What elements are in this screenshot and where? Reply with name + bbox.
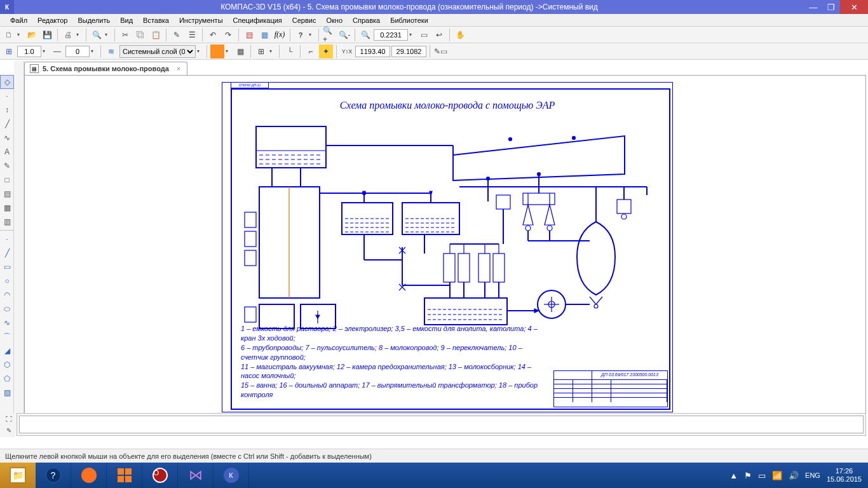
save-icon[interactable]: 💾 <box>40 28 54 42</box>
zoom-in-icon[interactable]: 🔍+ <box>322 28 336 42</box>
hatch-tool-icon[interactable]: ▨ <box>0 386 14 400</box>
taskbar-help[interactable]: ? <box>36 463 71 488</box>
preview-icon[interactable]: 🔍 <box>90 28 104 42</box>
menu-view[interactable]: Вид <box>116 15 137 25</box>
copy-icon[interactable]: ⿻ <box>133 28 147 42</box>
bezier-icon[interactable]: ∿ <box>0 316 14 330</box>
zoom-prev-icon[interactable]: ↩ <box>432 28 446 42</box>
taskbar-app1[interactable] <box>71 463 107 488</box>
angle-icon[interactable]: ⌐ <box>304 44 318 58</box>
tray-volume-icon[interactable]: 🔊 <box>789 471 799 480</box>
segment-icon[interactable]: · <box>0 232 14 246</box>
copy-props-icon[interactable]: ✎▭ <box>433 44 447 58</box>
menu-libraries[interactable]: Библиотеки <box>386 15 432 25</box>
tab-schema[interactable]: ▤ 5. Схема промывки молоко-провода × <box>24 62 187 75</box>
pp-btn-1[interactable]: ⛶ <box>2 413 16 424</box>
coord-mode-icon[interactable]: Y↕X <box>340 44 354 58</box>
taskbar-app2[interactable] <box>107 463 142 488</box>
zoom-out-icon[interactable]: 🔍- <box>337 28 351 42</box>
start-button[interactable]: 📁 <box>0 463 36 488</box>
menu-tools[interactable]: Инструменты <box>175 15 227 25</box>
dims-icon[interactable]: ↕ <box>0 103 14 117</box>
ellipse-icon[interactable]: ⬭ <box>0 302 14 316</box>
close-button[interactable]: ✕ <box>840 0 868 14</box>
tray-clock[interactable]: 17:26 15.06.2015 <box>827 467 862 484</box>
props-icon[interactable]: ☰ <box>185 28 199 42</box>
undo-icon[interactable]: ↶ <box>206 28 220 42</box>
poly-icon[interactable]: ⬠ <box>0 372 14 386</box>
zoom-window-icon[interactable]: ▭ <box>417 28 431 42</box>
polygon-icon[interactable]: ⬡ <box>0 358 14 372</box>
tab-close-icon[interactable]: × <box>177 65 180 72</box>
aux-line-icon[interactable]: ╱ <box>0 246 14 260</box>
brush-icon[interactable]: ✎ <box>170 28 184 42</box>
line-style-icon[interactable]: — <box>50 44 64 58</box>
taskbar-opera[interactable]: O <box>142 463 178 488</box>
tray-wifi-icon[interactable]: 📶 <box>772 471 782 480</box>
help-icon[interactable]: ? <box>294 28 308 42</box>
coord-y-input[interactable] <box>391 46 426 57</box>
pp-btn-2[interactable]: ✎ <box>2 424 16 436</box>
menu-insert[interactable]: Вставка <box>139 15 173 25</box>
circle-icon[interactable]: ○ <box>0 274 14 288</box>
line-icon[interactable]: ╱ <box>0 117 14 131</box>
app-icon[interactable]: К <box>0 0 14 14</box>
layer-select[interactable]: Системный слой (0) <box>119 45 196 58</box>
cut-icon[interactable]: ✂ <box>118 28 132 42</box>
menu-spec[interactable]: Спецификация <box>229 15 286 25</box>
fillet-icon[interactable]: ⌒ <box>0 330 14 344</box>
text-icon[interactable]: A <box>0 145 14 159</box>
new-icon[interactable]: 🗋 <box>2 28 16 42</box>
taskbar-vs[interactable]: ⋈ <box>178 463 214 488</box>
open-icon[interactable]: 📂 <box>25 28 39 42</box>
new-dropdown[interactable]: ▾ <box>17 32 24 37</box>
pan-icon[interactable]: ✋ <box>453 28 467 42</box>
rect-icon[interactable]: ▭ <box>0 260 14 274</box>
library-icon[interactable]: ▤ <box>242 28 256 42</box>
maximize-button[interactable]: ❐ <box>822 0 840 14</box>
tray-up-icon[interactable]: ▲ <box>729 471 738 480</box>
scale-input[interactable] <box>17 46 41 57</box>
fx-icon[interactable]: f(x) <box>273 28 287 42</box>
layer-icon[interactable]: ≋ <box>104 44 118 58</box>
report-icon[interactable]: ▥ <box>0 215 14 229</box>
spec-icon[interactable]: ▦ <box>0 201 14 215</box>
menu-window[interactable]: Окно <box>322 15 346 25</box>
property-input[interactable] <box>19 416 864 433</box>
tray-flag-icon[interactable]: ⚑ <box>744 471 752 480</box>
geometry-icon[interactable]: ◇ <box>0 75 14 89</box>
coord-x-input[interactable] <box>355 46 390 57</box>
print-dropdown[interactable]: ▾ <box>76 32 83 37</box>
menu-help[interactable]: Справка <box>349 15 384 25</box>
minimize-button[interactable]: — <box>804 0 822 14</box>
paste-icon[interactable]: 📋 <box>149 28 163 42</box>
snap-toggle-icon[interactable]: ✦ <box>319 44 333 58</box>
chamfer-icon[interactable]: ◢ <box>0 344 14 358</box>
hatch-icon[interactable]: ▦ <box>233 44 247 58</box>
arc-icon[interactable]: ◠ <box>0 288 14 302</box>
menu-select[interactable]: Выделить <box>74 15 114 25</box>
drawing-canvas[interactable]: СПбГАУ-ДП-11 Схема промывки молоко-прово… <box>24 75 866 422</box>
menu-editor[interactable]: Редактор <box>34 15 71 25</box>
spline-icon[interactable]: ∿ <box>0 131 14 145</box>
tray-lang[interactable]: ENG <box>805 471 820 479</box>
ortho-icon[interactable]: └ <box>283 44 297 58</box>
step-input[interactable] <box>65 46 90 57</box>
zoom-fit-icon[interactable]: 🔍 <box>358 28 372 42</box>
measure-icon[interactable]: ▤ <box>0 187 14 201</box>
param-icon[interactable]: □ <box>0 173 14 187</box>
grid-icon[interactable]: ⊞ <box>254 44 268 58</box>
color-swatch[interactable] <box>210 44 224 58</box>
print-icon[interactable]: 🖨 <box>61 28 75 42</box>
edit-icon[interactable]: ✎ <box>0 159 14 173</box>
redo-icon[interactable]: ↷ <box>221 28 235 42</box>
vars-icon[interactable]: ▦ <box>257 28 271 42</box>
point-icon[interactable]: · <box>0 89 14 103</box>
tray-action-icon[interactable]: ▭ <box>758 471 766 480</box>
schematic-diagram <box>237 120 663 330</box>
snap-icon[interactable]: ⊞ <box>2 44 16 58</box>
menu-file[interactable]: Файл <box>6 15 31 25</box>
taskbar-kompas[interactable]: К <box>214 463 249 488</box>
zoom-value-input[interactable] <box>374 29 408 41</box>
menu-service[interactable]: Сервис <box>288 15 320 25</box>
